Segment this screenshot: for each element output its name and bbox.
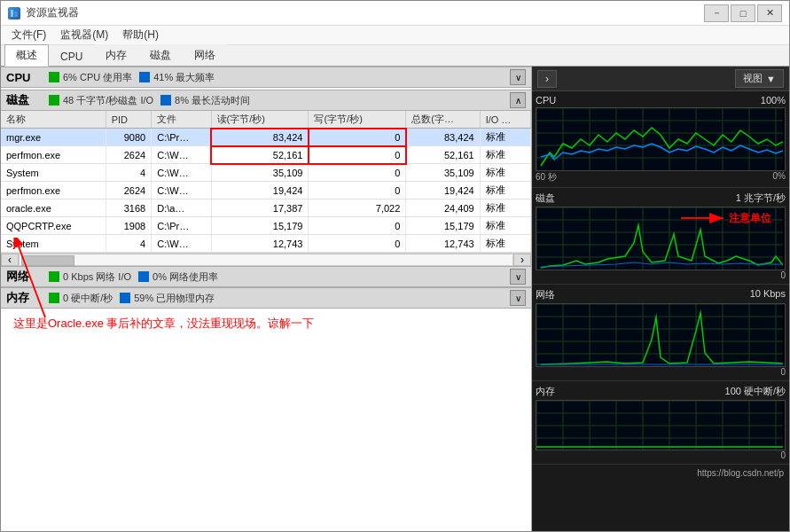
table-row[interactable]: System4C:\W…35,109035,109标准 — [1, 164, 531, 182]
table-row[interactable]: perfmon.exe2624C:\W…52,161052,161标准 — [1, 146, 531, 164]
table-cell: 17,387 — [211, 200, 309, 217]
cpu-graph-section: CPU 100% 60 秒 0% — [532, 91, 789, 188]
right-top-bar: › 视图 ▼ — [532, 66, 789, 91]
minimize-button[interactable]: － — [704, 4, 729, 22]
cpu-stat2-text: 41% 最大频率 — [153, 71, 215, 84]
col-name: 名称 — [1, 111, 106, 129]
network-graph-container — [536, 303, 786, 367]
table-row[interactable]: QQPCRTP.exe1908C:\Pr…15,179015,179标准 — [1, 217, 531, 235]
footer-url: https://blog.csdn.net/p — [532, 465, 789, 481]
network-graph-title: 网络 — [536, 288, 555, 301]
tab-cpu[interactable]: CPU — [49, 47, 94, 66]
tab-disk[interactable]: 磁盘 — [138, 44, 183, 66]
memory-graph-container — [536, 400, 786, 450]
close-button[interactable]: ✕ — [757, 4, 782, 22]
table-cell: mgr.exe — [1, 129, 106, 146]
menu-bar: 文件(F) 监视器(M) 帮助(H) — [1, 26, 789, 45]
table-cell: 标准 — [480, 146, 530, 164]
disk-annotation: 注意单位 — [681, 209, 771, 227]
window-title: 资源监视器 — [26, 5, 79, 20]
cpu-graph-label: CPU 100% — [536, 95, 786, 106]
memory-stat1: 0 硬中断/秒 — [49, 292, 113, 305]
right-expand-button[interactable]: › — [537, 70, 557, 88]
cpu-expand-button[interactable]: ∨ — [510, 69, 526, 85]
cpu-zero-label: 0% — [773, 171, 786, 184]
table-row[interactable]: mgr.exe9080C:\Pr…83,424083,424标准 — [1, 129, 531, 146]
network-stat2-icon — [138, 271, 149, 282]
menu-help[interactable]: 帮助(H) — [115, 26, 166, 44]
disk-section-header[interactable]: 磁盘 48 千字节/秒磁盘 I/O 8% 最长活动时间 ∧ — [1, 90, 531, 111]
table-cell: 19,424 — [211, 182, 309, 200]
network-expand-button[interactable]: ∨ — [510, 269, 526, 285]
table-row[interactable]: oracle.exe3168D:\a…17,3877,02224,409标准 — [1, 200, 531, 217]
view-label: 视图 — [743, 72, 763, 85]
main-content: CPU 6% CPU 使用率 41% 最大频率 ∨ 磁盘 48 千字节/秒磁盘 … — [1, 66, 789, 531]
tab-overview[interactable]: 概述 — [4, 44, 49, 66]
disk-annotation-text: 注意单位 — [729, 211, 771, 226]
table-cell: C:\W… — [152, 164, 211, 182]
scrollbar-thumb[interactable] — [21, 255, 74, 266]
table-cell: perfmon.exe — [1, 182, 106, 200]
table-cell: 83,424 — [406, 129, 480, 146]
network-stat1: 0 Kbps 网络 I/O — [49, 270, 131, 284]
tab-bar: 概述 CPU 内存 磁盘 网络 — [1, 45, 789, 66]
disk-table: 名称 PID 文件 读(字节/秒) 写(字节/秒) 总数(字… I/O … mg… — [1, 111, 531, 253]
horizontal-scrollbar[interactable]: ‹ › — [1, 253, 531, 266]
network-graph-section: 网络 10 Kbps 0 — [532, 285, 789, 381]
table-cell: 7,022 — [309, 200, 406, 217]
memory-expand-button[interactable]: ∨ — [510, 290, 526, 306]
menu-monitor[interactable]: 监视器(M) — [53, 26, 115, 44]
memory-graph-scale: 100 硬中断/秒 — [725, 385, 786, 398]
memory-section-header[interactable]: 内存 0 硬中断/秒 59% 已用物理内存 ∨ — [1, 287, 531, 309]
view-dropdown-icon: ▼ — [766, 74, 776, 84]
table-cell: 12,743 — [211, 235, 309, 253]
cpu-stat1: 6% CPU 使用率 — [49, 71, 132, 84]
annotation-area: 这里是Oracle.exe 事后补的文章，没法重现现场。谅解一下 — [1, 309, 531, 339]
memory-stat2-icon — [120, 293, 130, 303]
menu-file[interactable]: 文件(F) — [4, 26, 53, 44]
disk-stat1: 48 千字节/秒磁盘 I/O — [49, 94, 153, 107]
tab-network[interactable]: 网络 — [183, 44, 227, 66]
svg-rect-1 — [14, 12, 18, 17]
table-cell: System — [1, 164, 106, 182]
table-row[interactable]: System4C:\W…12,743012,743标准 — [1, 235, 531, 253]
table-cell: 标准 — [480, 235, 530, 253]
network-section-header[interactable]: 网络 0 Kbps 网络 I/O 0% 网络使用率 ∨ — [1, 266, 531, 287]
table-cell: 0 — [309, 235, 406, 253]
main-window: 资源监视器 － □ ✕ 文件(F) 监视器(M) 帮助(H) 概述 CPU 内存… — [0, 0, 790, 532]
tab-memory[interactable]: 内存 — [94, 44, 138, 66]
cpu-graph-bottom: 60 秒 0% — [536, 171, 786, 184]
table-cell: 标准 — [480, 164, 530, 182]
table-cell: 标准 — [480, 129, 530, 146]
cpu-stat2: 41% 最大频率 — [139, 71, 215, 84]
disk-expand-button[interactable]: ∧ — [510, 92, 526, 108]
disk-graph-section: 磁盘 1 兆字节/秒 0 — [532, 188, 789, 285]
cpu-stat1-text: 6% CPU 使用率 — [63, 71, 132, 84]
table-cell: 标准 — [480, 182, 530, 200]
disk-arrow-svg — [681, 209, 725, 227]
table-cell: 52,161 — [406, 146, 480, 164]
app-icon — [8, 7, 20, 20]
table-cell: C:\Pr… — [152, 217, 211, 235]
maximize-button[interactable]: □ — [731, 4, 755, 22]
table-cell: oracle.exe — [1, 200, 106, 217]
disk-scale-label: 0 — [780, 270, 786, 280]
table-cell: 35,109 — [211, 164, 309, 182]
network-stat2: 0% 网络使用率 — [138, 270, 218, 284]
table-cell: 3168 — [106, 200, 151, 217]
table-cell: perfmon.exe — [1, 146, 106, 164]
scroll-right-button[interactable]: › — [513, 254, 531, 266]
table-cell: 35,109 — [406, 164, 480, 182]
view-button[interactable]: 视图 ▼ — [735, 69, 784, 88]
memory-canvas — [536, 401, 783, 450]
table-cell: 标准 — [480, 217, 530, 235]
network-title: 网络 — [6, 269, 42, 285]
network-graph-label: 网络 10 Kbps — [536, 288, 786, 301]
table-cell: 0 — [309, 146, 406, 164]
disk-table-container: 名称 PID 文件 读(字节/秒) 写(字节/秒) 总数(字… I/O … mg… — [1, 111, 531, 266]
cpu-section-header[interactable]: CPU 6% CPU 使用率 41% 最大频率 ∨ — [1, 66, 531, 88]
network-canvas — [536, 304, 783, 366]
scroll-left-button[interactable]: ‹ — [1, 254, 19, 266]
scrollbar-track[interactable] — [19, 254, 513, 266]
table-row[interactable]: perfmon.exe2624C:\W…19,424019,424标准 — [1, 182, 531, 200]
